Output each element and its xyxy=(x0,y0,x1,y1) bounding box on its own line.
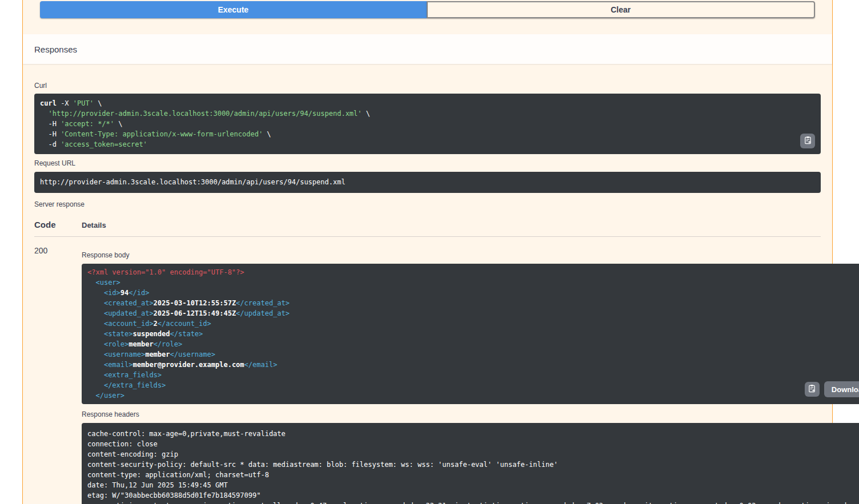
responses-title: Responses xyxy=(34,45,77,54)
request-url-label: Request URL xyxy=(34,159,821,167)
status-code: 200 xyxy=(34,237,82,504)
download-button[interactable]: Download xyxy=(824,381,859,397)
server-response-table: Code Details 200 Response body <?xml ver… xyxy=(34,220,821,504)
details-column-header: Details xyxy=(82,220,821,229)
server-response-label: Server response xyxy=(34,200,821,208)
responses-section-header: Responses xyxy=(23,34,832,64)
response-headers-block: cache-control: max-age=0,private,must-re… xyxy=(82,423,859,504)
clear-button[interactable]: Clear xyxy=(427,1,816,18)
put-operation-block: Execute Clear Responses Curl curl -X 'PU… xyxy=(22,0,833,504)
copy-icon xyxy=(804,136,812,146)
responses-body: Curl curl -X 'PUT' \ 'http://provider-ad… xyxy=(23,82,832,504)
request-url-block: http://provider-admin.3scale.localhost:3… xyxy=(34,172,821,193)
server-response-table-header: Code Details xyxy=(34,220,821,237)
response-details-cell: Response body <?xml version="1.0" encodi… xyxy=(82,237,859,504)
execute-button[interactable]: Execute xyxy=(40,1,427,18)
curl-command-block: curl -X 'PUT' \ 'http://provider-admin.3… xyxy=(34,94,821,154)
copy-icon xyxy=(808,384,816,394)
response-body-block: <?xml version="1.0" encoding="UTF-8"?> <… xyxy=(82,264,859,404)
curl-label: Curl xyxy=(34,82,821,90)
copy-response-button[interactable] xyxy=(805,382,820,397)
execute-wrapper: Execute Clear xyxy=(23,0,832,18)
response-body-xml: <?xml version="1.0" encoding="UTF-8"?> <… xyxy=(87,267,859,401)
response-body-label: Response body xyxy=(82,251,859,259)
code-column-header: Code xyxy=(34,220,82,229)
response-row-200: 200 Response body <?xml version="1.0" en… xyxy=(34,237,821,504)
response-body-controls: Download xyxy=(805,381,859,397)
response-headers-label: Response headers xyxy=(82,410,859,418)
response-headers-text: cache-control: max-age=0,private,must-re… xyxy=(87,429,859,504)
request-url-value: http://provider-admin.3scale.localhost:3… xyxy=(40,178,346,186)
copy-curl-button[interactable] xyxy=(800,134,815,148)
curl-command-text: curl -X 'PUT' \ 'http://provider-admin.3… xyxy=(40,98,815,150)
